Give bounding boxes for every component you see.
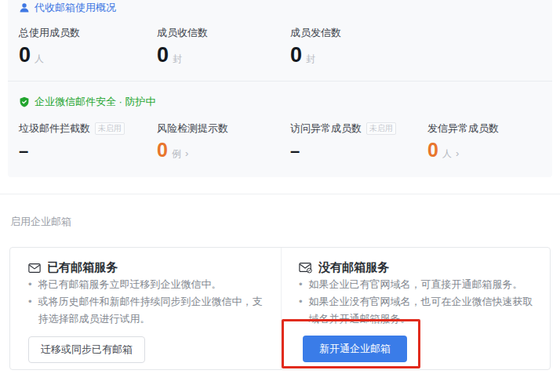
stat-unit: 封 (306, 53, 315, 66)
list-item: • 如果企业已有官网域名，可直接开通邮箱服务。 (299, 276, 542, 293)
no-mail-bullets: • 如果企业已有官网域名，可直接开通邮箱服务。 • 如果企业没有官网域名，也可在… (299, 276, 542, 328)
card-divider (8, 81, 552, 82)
enable-section-title: 启用企业邮箱 (10, 215, 71, 229)
stat-label: 发信异常成员数 (427, 122, 499, 136)
stat-number: 0 (157, 140, 168, 160)
migrate-sync-mail-button[interactable]: 迁移或同步已有邮箱 (28, 336, 145, 363)
stat-unit: 例 (172, 147, 181, 161)
stat-label: 垃圾邮件拦截数 未启用 (19, 122, 125, 136)
open-new-mailbox-button[interactable]: 新开通企业邮箱 (303, 336, 407, 362)
existing-mail-bullets: • 将已有邮箱服务立即迁移到企业微信中。 • 或将历史邮件和新邮件持续同步到企业… (28, 276, 271, 328)
stat-label: 风险检测提示数 (157, 122, 228, 136)
stat-value: 0 封 (157, 45, 182, 66)
send-anomaly-link[interactable]: 0 人 › (427, 140, 459, 161)
chevron-right-icon: › (185, 147, 188, 159)
stat-number: 0 (427, 140, 438, 160)
stat-number: 0 (19, 45, 31, 66)
stat-unit: 封 (173, 53, 182, 66)
stat-label: 总使用成员数 (19, 26, 80, 40)
mail-admin-dashboard: 代收邮箱使用概况 总使用成员数 0 人 成员收信数 0 封 成员发信数 0 封 … (0, 0, 560, 392)
stat-value: – (290, 143, 300, 160)
list-item: • 或将历史邮件和新邮件持续同步到企业微信中，支持选择部成员进行试用。 (28, 293, 271, 328)
stat-value: 0 封 (290, 45, 315, 66)
overview-title: 代收邮箱使用概况 (35, 1, 116, 15)
stat-dash: – (19, 143, 28, 160)
risk-alerts-link[interactable]: 0 例 › (157, 140, 188, 161)
stat-label: 成员收信数 (157, 26, 208, 40)
security-section-header: 企业微信邮件安全 · 防护中 (19, 95, 156, 109)
mail-blocked-icon (299, 262, 312, 274)
section-divider (0, 194, 560, 194)
disabled-badge: 未启用 (95, 122, 125, 135)
stat-number: 0 (157, 45, 169, 66)
list-item: • 如果企业没有官网域名，也可在企业微信快速获取域名并开通邮箱服务。 (299, 293, 542, 328)
mail-icon (28, 263, 41, 274)
overview-section-header: 代收邮箱使用概况 (19, 1, 116, 15)
chevron-right-icon: › (456, 147, 459, 159)
stat-unit: 人 (35, 53, 44, 66)
security-title: 企业微信邮件安全 · 防护中 (35, 95, 156, 109)
column-divider (281, 248, 282, 369)
list-item: • 将已有邮箱服务立即迁移到企业微信中。 (28, 276, 271, 293)
stat-label: 成员发信数 (290, 26, 341, 40)
stat-value: 0 人 (19, 45, 44, 66)
stat-value: – (19, 143, 28, 160)
person-icon (19, 2, 30, 13)
shield-icon (19, 96, 30, 107)
stat-unit: 人 (442, 147, 452, 161)
disabled-badge: 未启用 (366, 122, 396, 135)
stat-number: 0 (290, 45, 302, 66)
existing-mail-heading: 已有邮箱服务 (28, 260, 118, 275)
usage-overview-card (8, 0, 552, 177)
stat-dash: – (290, 143, 300, 160)
no-mail-heading: 没有邮箱服务 (299, 260, 389, 275)
stat-label: 访问异常成员数 未启用 (290, 122, 396, 136)
